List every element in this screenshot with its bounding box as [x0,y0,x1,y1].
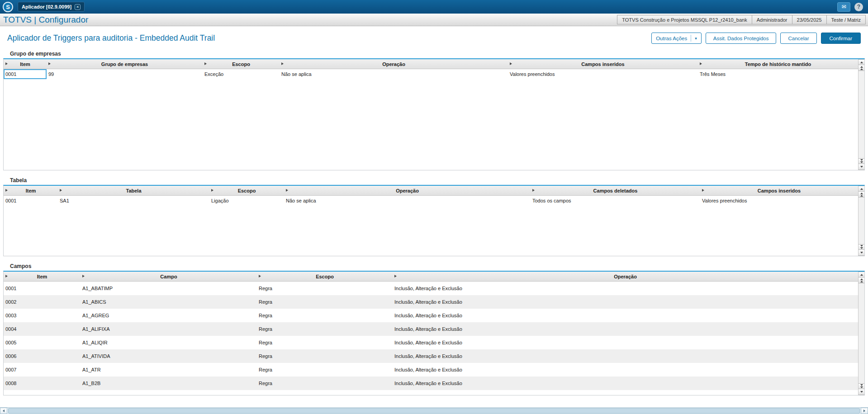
grid-cell[interactable]: 0004 [4,322,81,336]
table-row[interactable]: 0006A1_ATIVIDARegraInclusão, Alteração e… [4,349,858,363]
grid-cell[interactable]: Inclusão, Alteração e Exclusão [393,363,858,376]
grid-cell[interactable]: 0003 [4,309,81,322]
grid-cell[interactable]: 0005 [4,336,81,349]
column-header[interactable]: Operação [280,59,508,69]
grid-cell[interactable]: A1_ABATIMP [81,282,257,295]
help-button[interactable]: ? [854,3,863,11]
vertical-scrollbar[interactable] [858,186,864,256]
scroll-right-button[interactable] [861,408,868,414]
grid-cell[interactable]: A1_AGREG [81,309,257,322]
grid-cell[interactable]: 0006 [4,349,81,363]
column-header[interactable]: Operação [284,186,531,195]
grid-cell[interactable]: Regra [257,336,393,349]
column-header[interactable]: Item [4,272,81,281]
app-tab-aplicador[interactable]: Aplicador [02.9.0099] ✕ [18,2,85,12]
grid-cell[interactable]: Inclusão, Alteração e Exclusão [393,376,858,390]
horizontal-scrollbar[interactable] [0,407,868,414]
scrollbar-track[interactable] [859,198,864,244]
scroll-down-button[interactable] [859,250,864,256]
scroll-page-down-button[interactable] [859,244,864,250]
column-header[interactable]: Item [4,59,47,69]
scroll-page-up-button[interactable] [859,65,864,71]
column-header[interactable]: Operação [393,272,858,281]
scroll-down-button[interactable] [859,389,864,395]
column-header[interactable]: Tabela [58,186,209,195]
grid-cell[interactable]: Regra [257,376,393,390]
grid-cell[interactable]: 0002 [4,295,81,309]
grid-cell[interactable]: A1_ATR [81,363,257,376]
scroll-up-button[interactable] [859,186,864,192]
grid-cell[interactable]: SA1 [58,196,209,206]
cancelar-button[interactable]: Cancelar [780,33,816,44]
column-header[interactable]: Item [4,186,58,195]
grid-cell[interactable]: A1_ALIFIXA [81,322,257,336]
table-row[interactable]: 0002A1_ABICSRegraInclusão, Alteração e E… [4,295,858,309]
column-header[interactable]: Tempo de histórico mantido [698,59,858,69]
scrollbar-track[interactable] [859,71,864,158]
grid-cell[interactable]: Regra [257,282,393,295]
table-row[interactable]: 0004A1_ALIFIXARegraInclusão, Alteração e… [4,322,858,336]
table-row[interactable]: 0007A1_ATRRegraInclusão, Alteração e Exc… [4,363,858,376]
column-header[interactable]: Escopo [257,272,393,281]
grid-cell[interactable]: 99 [47,69,203,79]
grid-cell[interactable]: 0001 [4,282,81,295]
grid-cell[interactable]: 0007 [4,363,81,376]
grid-cell[interactable]: Exceção [203,69,280,79]
grid-cell[interactable]: 0001 [4,196,58,206]
scroll-up-button[interactable] [859,272,864,278]
scroll-left-button[interactable] [0,408,7,414]
scroll-page-up-button[interactable] [859,278,864,283]
mail-button[interactable]: ✉ [837,2,850,12]
tab-close-icon[interactable]: ✕ [75,4,81,10]
grid-cell[interactable]: Regra [257,349,393,363]
scroll-down-button[interactable] [859,164,864,170]
grid-cell[interactable]: Valores preenchidos [700,196,858,206]
grid-cell[interactable]: Valores preenchidos [508,69,698,79]
table-row[interactable]: 0008A1_B2BRegraInclusão, Alteração e Exc… [4,376,858,390]
grid-cell[interactable]: Inclusão, Alteração e Exclusão [393,349,858,363]
grid-cell[interactable]: Inclusão, Alteração e Exclusão [393,322,858,336]
grid-cell[interactable]: Ligação [209,196,284,206]
grid-cell[interactable]: Não se aplica [280,69,508,79]
column-header[interactable]: Campo [81,272,257,281]
table-row[interactable]: 0001SA1LigaçãoNão se aplicaTodos os camp… [4,196,858,206]
confirmar-button[interactable]: Confirmar [821,33,861,44]
scroll-page-down-button[interactable] [859,158,864,164]
table-row[interactable]: 0001A1_ABATIMPRegraInclusão, Alteração e… [4,282,858,295]
column-header[interactable]: Campos deletados [531,186,700,195]
grid-cell[interactable]: Três Meses [698,69,858,79]
grid-cell[interactable]: Inclusão, Alteração e Exclusão [393,282,858,295]
grid-cell[interactable]: 0008 [4,376,81,390]
grid-cell[interactable]: Todos os campos [531,196,700,206]
grid-cell[interactable]: Regra [257,295,393,309]
grid-cell[interactable]: A1_ATIVIDA [81,349,257,363]
column-header[interactable]: Campos inseridos [700,186,858,195]
grid-cell-focused[interactable]: 0001 [4,69,47,79]
grid-cell[interactable]: Inclusão, Alteração e Exclusão [393,336,858,349]
table-row[interactable]: 0005A1_ALIQIRRegraInclusão, Alteração e … [4,336,858,349]
grid-cell[interactable]: Não se aplica [284,196,531,206]
table-row[interactable]: 0003A1_AGREGRegraInclusão, Alteração e E… [4,309,858,322]
table-row[interactable]: 000199ExceçãoNão se aplicaValores preenc… [4,69,858,79]
grid-cell[interactable]: Inclusão, Alteração e Exclusão [393,295,858,309]
scroll-page-up-button[interactable] [859,192,864,198]
column-header[interactable]: Campos inseridos [508,59,698,69]
grid-cell[interactable]: Regra [257,309,393,322]
grid-cell[interactable]: Regra [257,322,393,336]
vertical-scrollbar[interactable] [858,272,864,395]
horizontal-scrollbar-thumb[interactable] [8,408,860,414]
scrollbar-track[interactable] [859,283,864,383]
scroll-up-button[interactable] [859,59,864,65]
column-header[interactable]: Escopo [209,186,284,195]
assit-dados-protegidos-button[interactable]: Assit. Dados Protegidos [706,33,777,44]
scroll-page-down-button[interactable] [859,383,864,389]
grid-cell[interactable]: Inclusão, Alteração e Exclusão [393,309,858,322]
vertical-scrollbar[interactable] [858,59,864,170]
grid-cell[interactable]: A1_ALIQIR [81,336,257,349]
outras-acoes-button[interactable]: Outras Ações ▾ [651,33,702,44]
grid-cell[interactable]: A1_ABICS [81,295,257,309]
grid-cell[interactable]: Regra [257,363,393,376]
column-header[interactable]: Escopo [203,59,280,69]
grid-cell[interactable]: A1_B2B [81,376,257,390]
column-header[interactable]: Grupo de empresas [47,59,203,69]
